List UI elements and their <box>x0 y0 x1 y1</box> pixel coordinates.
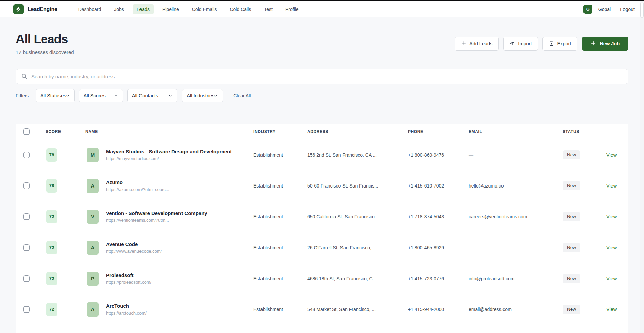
industry-filter-dropdown[interactable]: All Industries <box>182 89 223 102</box>
column-header-industry: Industry <box>245 129 299 134</box>
company-url[interactable]: https://arctouch.com/ <box>106 310 147 316</box>
row-checkbox[interactable] <box>23 182 30 189</box>
contact-filter-dropdown[interactable]: All Contacts <box>127 89 177 102</box>
row-checkbox[interactable] <box>23 213 30 220</box>
company-url[interactable]: http://www.avenuecode.com/ <box>106 249 162 254</box>
score-badge: 72 <box>46 303 57 316</box>
nav-links: DashboardJobsLeadsPipelineCold EmailsCol… <box>74 1 308 17</box>
user-avatar[interactable]: G <box>583 5 592 14</box>
phone-cell: +1 718-374-5043 <box>400 214 460 219</box>
email-cell: hello@azumo.co <box>460 183 555 189</box>
phone-cell: +1 800-860-9476 <box>400 152 460 158</box>
industry-cell: Establishment <box>245 276 299 281</box>
score-badge: 72 <box>46 272 57 285</box>
vertical-scrollbar[interactable] <box>640 0 644 333</box>
import-button[interactable]: Import <box>503 37 538 51</box>
address-cell: 650 California St, San Francisco... <box>299 214 400 219</box>
page-subtitle: 17 businesses discovered <box>16 49 74 55</box>
table-row: 72 A Avenue Code http://www.avenuecode.c… <box>16 232 628 263</box>
email-cell: email@address.com <box>460 307 555 312</box>
plus-icon <box>461 41 466 47</box>
status-badge: New <box>563 212 580 221</box>
industry-cell: Establishment <box>245 152 299 158</box>
brand-name: LeadEngine <box>28 6 57 12</box>
score-badge: 78 <box>46 148 57 162</box>
industry-cell: Establishment <box>245 214 299 219</box>
company-url[interactable]: https://proleadsoft.com/ <box>106 280 151 285</box>
page-head-left: All Leads 17 businesses discovered <box>16 32 74 55</box>
chevron-down-icon <box>168 93 173 98</box>
nav-item-test[interactable]: Test <box>260 1 277 17</box>
window-top-strip <box>0 0 644 1</box>
header-actions: Add Leads Import Export New Job <box>455 37 628 51</box>
view-link[interactable]: View <box>606 214 617 219</box>
nav-item-profile[interactable]: Profile <box>281 1 303 17</box>
email-cell: — <box>460 152 555 158</box>
company-avatar: A <box>87 241 99 255</box>
upload-icon <box>510 41 515 47</box>
filters-label: Filters: <box>16 93 30 98</box>
industry-cell: Establishment <box>245 245 299 250</box>
status-badge: New <box>563 243 580 252</box>
top-navbar: LeadEngine DashboardJobsLeadsPipelineCol… <box>0 1 644 17</box>
column-header-status: Status <box>555 129 598 134</box>
company-avatar: M <box>87 148 99 162</box>
address-cell: 156 2nd St, San Francisco, CA ... <box>299 152 400 158</box>
chevron-down-icon <box>213 93 218 98</box>
company-url[interactable]: https://azumo.com/?utm_sourc... <box>106 187 169 192</box>
nav-item-dashboard[interactable]: Dashboard <box>74 1 106 17</box>
table-body: 78 M Mayven Studios - Software Design an… <box>16 139 628 333</box>
status-filter-dropdown[interactable]: All Statuses <box>36 89 75 102</box>
view-link[interactable]: View <box>606 307 617 312</box>
user-name[interactable]: Gopal <box>598 7 611 12</box>
clear-all-filters-link[interactable]: Clear All <box>233 93 251 98</box>
nav-item-cold-calls[interactable]: Cold Calls <box>226 1 255 17</box>
score-badge: 72 <box>46 210 57 223</box>
scrollbar-thumb[interactable] <box>640 2 644 18</box>
column-header-score: Score <box>38 129 83 134</box>
column-header-phone: Phone <box>400 129 460 134</box>
row-checkbox[interactable] <box>23 275 30 282</box>
status-badge: New <box>563 305 580 314</box>
row-checkbox[interactable] <box>23 306 30 313</box>
address-cell: 26 O'Farrell St, San Francisco, ... <box>299 245 400 250</box>
industry-cell: Establishment <box>245 183 299 189</box>
nav-user-area: G Gopal Logout <box>583 5 635 14</box>
company-url[interactable]: https://ventionteams.com/?utm... <box>106 218 207 223</box>
nav-item-cold-emails[interactable]: Cold Emails <box>188 1 221 17</box>
address-cell: 548 Market St, San Francisco, ... <box>299 307 400 312</box>
table-row: 78 M Mayven Studios - Software Design an… <box>16 139 628 170</box>
select-all-checkbox[interactable] <box>23 128 30 135</box>
view-link[interactable]: View <box>606 183 617 189</box>
nav-item-jobs[interactable]: Jobs <box>110 1 128 17</box>
phone-cell: +1 415-610-7002 <box>400 183 460 189</box>
page-title: All Leads <box>16 32 74 46</box>
nav-item-pipeline[interactable]: Pipeline <box>158 1 183 17</box>
add-leads-button[interactable]: Add Leads <box>455 37 499 51</box>
phone-cell: +1 415-944-2000 <box>400 307 460 312</box>
status-badge: New <box>563 274 580 283</box>
brand[interactable]: LeadEngine <box>13 4 57 14</box>
table-row: 72 P Proleadsoft https://proleadsoft.com… <box>16 263 628 294</box>
export-button[interactable]: Export <box>542 37 577 51</box>
nav-item-leads[interactable]: Leads <box>133 1 154 17</box>
row-checkbox[interactable] <box>23 152 30 158</box>
address-cell: 4686 18th St, San Francisco, C... <box>299 276 400 281</box>
score-badge: 72 <box>46 241 57 254</box>
search-input[interactable] <box>16 69 628 84</box>
lightning-bolt-icon <box>13 4 24 14</box>
view-link[interactable]: View <box>606 276 617 281</box>
company-url[interactable]: https://mayvenstudios.com/ <box>106 156 232 161</box>
company-name: ArcTouch <box>106 303 147 309</box>
email-cell: info@proleadsoft.com <box>460 276 555 281</box>
new-job-button[interactable]: New Job <box>582 37 628 51</box>
score-filter-dropdown[interactable]: All Scores <box>79 89 123 102</box>
phone-cell: +1 800-465-8929 <box>400 245 460 250</box>
company-name: Vention - Software Development Company <box>106 210 207 216</box>
search-icon <box>21 73 28 81</box>
logout-link[interactable]: Logout <box>620 7 635 12</box>
address-cell: 50-60 Francisco St, San Francis... <box>299 183 400 189</box>
view-link[interactable]: View <box>606 245 617 250</box>
row-checkbox[interactable] <box>23 244 30 251</box>
view-link[interactable]: View <box>606 152 617 158</box>
